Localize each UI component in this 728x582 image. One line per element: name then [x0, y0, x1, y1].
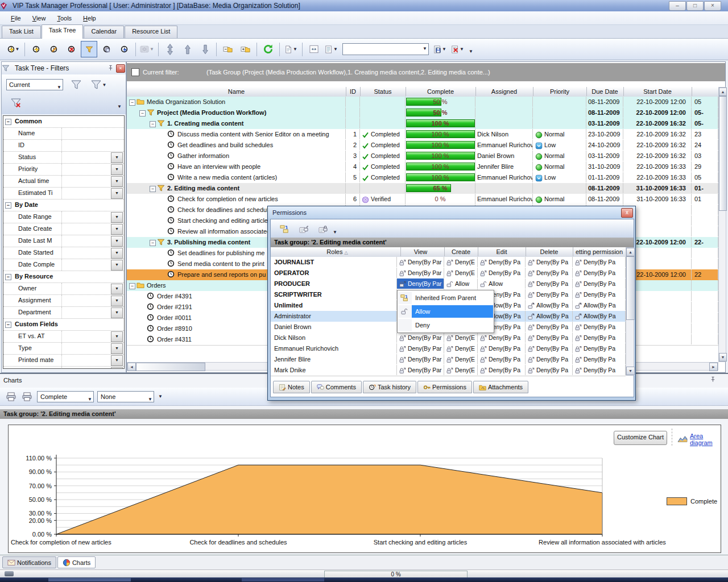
update-task-button[interactable]	[116, 41, 133, 57]
chevron-down-icon[interactable]: ▼	[111, 296, 123, 306]
perm-column-etting-permission[interactable]: etting permission	[573, 247, 626, 256]
tab-task-tree[interactable]: Task Tree	[42, 24, 84, 39]
menu-view[interactable]: View	[27, 13, 51, 23]
inherit-permissions-button[interactable]	[276, 221, 292, 237]
table-row[interactable]: Have an interview with people4Completed1…	[127, 161, 718, 173]
perm-row[interactable]: Dick NilsonDeny(By ParDeny(EDeny(By PaDe…	[271, 332, 626, 344]
chevron-down-icon[interactable]: ▼	[111, 331, 123, 342]
perm-value[interactable]: Allow(By Pa	[573, 311, 626, 321]
perm-value[interactable]: Deny(By Pa	[526, 365, 573, 375]
perm-value[interactable]: Deny(By Pa	[478, 354, 526, 364]
close-icon[interactable]: ×	[116, 64, 125, 73]
close-button[interactable]: ×	[704, 1, 721, 11]
close-icon[interactable]: x	[621, 208, 633, 218]
perm-column-delete[interactable]: Delete	[526, 247, 573, 256]
perm-value[interactable]: Deny(By Pa	[573, 365, 626, 375]
move-up-button[interactable]	[179, 41, 196, 57]
perm-value[interactable]: Deny(By Pa	[526, 354, 573, 364]
table-row[interactable]: Write a new media content (articles)5Com…	[127, 172, 718, 184]
menu-item-allow[interactable]: Allow	[398, 305, 493, 318]
perm-value[interactable]: Deny(By Pa	[573, 268, 626, 278]
sort-up-down-button[interactable]	[162, 41, 178, 57]
pin-icon[interactable]	[107, 65, 114, 71]
chevron-down-icon[interactable]: ▼	[111, 176, 123, 187]
expand-toggle[interactable]: −	[129, 283, 135, 289]
perm-value[interactable]: Allow(By Pa	[573, 300, 626, 310]
perm-value[interactable]: Deny(By Pa	[526, 278, 573, 289]
filter-group-by-date[interactable]: −By Date	[3, 199, 124, 211]
perm-value[interactable]: Deny(By Par	[397, 257, 444, 267]
chevron-down-icon[interactable]: ▼	[111, 188, 123, 199]
perm-value[interactable]: Deny(By Pa	[573, 257, 626, 267]
column-header-complete[interactable]: Complete	[406, 87, 476, 96]
tab-task-list[interactable]: Task List	[2, 26, 41, 38]
chart-group-select[interactable]: None ▼	[97, 391, 154, 402]
perm-value[interactable]: Deny(E	[444, 332, 478, 343]
perm-value[interactable]: Deny(By Pa	[573, 354, 626, 364]
apply-filter-button[interactable]	[68, 77, 85, 93]
allow-permission-button[interactable]	[295, 221, 312, 237]
chevron-down-icon[interactable]: ▼	[111, 355, 123, 366]
chevron-down-icon[interactable]: ▼	[111, 260, 123, 271]
permissions-table-header[interactable]: Roles △ViewCreateEditDeleteetting permis…	[271, 247, 626, 257]
table-row[interactable]: −1. Creating media content100 %03-11-200…	[127, 118, 718, 130]
save-filter-button[interactable]: ▼	[87, 77, 110, 93]
column-header-id[interactable]: ID	[346, 87, 361, 96]
tab-resource-list[interactable]: Resource List	[125, 26, 177, 38]
perm-value[interactable]: Deny(By Par	[397, 268, 444, 278]
table-header[interactable]: NameIDStatusCompleteAssignedPriorityDue …	[127, 87, 718, 97]
perm-value[interactable]: Deny(By Pa	[526, 343, 573, 354]
pin-icon[interactable]	[710, 376, 716, 383]
chevron-down-icon[interactable]: ▼	[111, 152, 123, 163]
filter-tasks-button[interactable]	[81, 41, 97, 57]
dialog-tab-task-history[interactable]: Task history	[363, 381, 416, 393]
chevron-down-icon[interactable]: ▼	[111, 367, 123, 369]
filter-group-custom-fields[interactable]: −Custom Fields	[3, 319, 124, 331]
chevron-down-icon[interactable]: ▼	[111, 212, 123, 223]
expand-toggle[interactable]: −	[150, 121, 156, 127]
dialog-tab-attachments[interactable]: Attachments	[473, 381, 528, 393]
perm-value[interactable]: Deny(By Par	[397, 354, 444, 364]
delete-view-button[interactable]: ▼	[449, 41, 466, 57]
duplicate-task-button[interactable]	[98, 41, 115, 57]
dialog-tab-comments[interactable]: Comments	[311, 381, 362, 393]
refresh-button[interactable]	[260, 41, 276, 57]
table-row[interactable]: Gather information3Completed100 %Daniel …	[127, 151, 718, 162]
perm-row[interactable]: PRODUCERDeny(By ParAllowAllowDeny(By PaD…	[271, 278, 626, 290]
table-row[interactable]: −2. Editing media content65 %08-11-20093…	[127, 183, 718, 194]
collapse-all-button[interactable]	[220, 41, 236, 57]
expand-toggle[interactable]: −	[129, 99, 135, 106]
perm-value[interactable]: Deny(E	[444, 365, 478, 375]
filter-checkbox[interactable]	[131, 68, 139, 76]
perm-value[interactable]: Deny(By Par	[397, 278, 444, 289]
dialog-tab-notes[interactable]: Notes	[273, 381, 310, 393]
perm-value[interactable]: Deny(By Pa	[526, 322, 573, 332]
column-header-priority[interactable]: Priority	[533, 87, 587, 96]
restore-button[interactable]: □	[686, 1, 704, 11]
customize-chart-button[interactable]: Customize Chart	[614, 431, 667, 445]
perm-column-create[interactable]: Create	[444, 247, 478, 256]
perm-column-view[interactable]: View	[397, 247, 445, 256]
bottom-tab-charts[interactable]: Charts	[57, 556, 96, 568]
fit-columns-button[interactable]	[305, 41, 322, 57]
new-subtask-button[interactable]	[28, 41, 44, 57]
column-header-start-date[interactable]: Start Date	[623, 87, 692, 96]
perm-value[interactable]: Allow(By Pa	[526, 311, 573, 321]
chevron-down-icon[interactable]: ▼	[111, 248, 123, 259]
perm-value[interactable]: Deny(E	[444, 268, 478, 278]
perm-column-roles[interactable]: Roles △	[271, 247, 401, 256]
perm-value[interactable]: Deny(By Pa	[478, 257, 526, 267]
expand-toggle[interactable]: −	[150, 186, 156, 192]
table-row[interactable]: −Project (Media Production Workflow)50 %…	[127, 107, 718, 119]
save-view-button[interactable]: ▼	[432, 41, 448, 57]
area-diagram-link[interactable]: Area diagram	[677, 433, 721, 446]
expand-toggle[interactable]: −	[139, 110, 146, 117]
perm-row[interactable]: Emmanuel RurichovichDeny(By ParDeny(EDen…	[271, 343, 626, 355]
table-row[interactable]: −Media Organization Solution50 %08-11-20…	[127, 97, 718, 108]
perm-value[interactable]: Allow	[478, 278, 526, 289]
perm-value[interactable]: Deny(By Pa	[573, 289, 626, 300]
perm-row[interactable]: Mark DnikeDeny(By ParDeny(EDeny(By PaDen…	[271, 365, 626, 376]
column-header-extra[interactable]	[692, 87, 719, 96]
table-row[interactable]: Get deadlines and build schedules2Comple…	[127, 140, 718, 151]
perm-value[interactable]: Deny(By Pa	[573, 343, 626, 354]
